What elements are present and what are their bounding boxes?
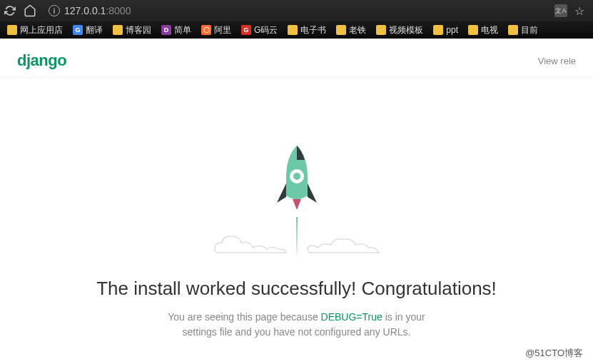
folder-icon (336, 25, 346, 35)
folder-icon (508, 25, 518, 35)
bookmark-item[interactable]: 电子书 (283, 23, 330, 38)
bookmark-label: G码云 (254, 24, 278, 36)
bookmark-label: 老铁 (349, 24, 366, 36)
bookmark-label: 视频模板 (389, 24, 423, 36)
rocket-illustration (190, 142, 404, 263)
favicon-icon: G (241, 25, 251, 35)
bookmark-item[interactable]: G翻译 (69, 23, 107, 38)
bookmark-item[interactable]: 博客园 (108, 23, 156, 38)
bookmark-label: 电视 (481, 24, 498, 36)
browser-chrome: i 127.0.0.1:8000 文A ☆ 网上应用店G翻译博客园D简单〇阿里G… (0, 0, 593, 39)
main-area: The install worked successfully! Congrat… (0, 78, 593, 340)
bookmark-label: 网上应用店 (20, 24, 63, 36)
bookmark-item[interactable]: 视频模板 (372, 23, 427, 38)
url-display: 127.0.0.1:8000 (64, 5, 131, 16)
folder-icon (468, 25, 478, 35)
bookmark-item[interactable]: 老铁 (332, 23, 370, 38)
folder-icon (113, 25, 123, 35)
success-subtext: You are seeing this page because DEBUG=T… (161, 310, 432, 340)
folder-icon (433, 25, 443, 35)
bookmark-item[interactable]: ppt (429, 24, 462, 36)
bookmark-star-icon[interactable]: ☆ (574, 4, 584, 18)
reload-icon[interactable] (3, 4, 17, 18)
bookmark-item[interactable]: D简单 (157, 23, 196, 38)
success-heading: The install worked successfully! Congrat… (0, 278, 593, 300)
site-info-icon[interactable]: i (49, 5, 60, 16)
bookmark-label: 电子书 (300, 24, 326, 36)
bookmark-label: 阿里 (214, 24, 231, 36)
bookmark-item[interactable]: 〇阿里 (197, 23, 235, 38)
favicon-icon: 〇 (201, 25, 211, 35)
bookmark-item[interactable]: 目前 (504, 23, 542, 38)
bookmark-label: 目前 (521, 24, 538, 36)
bookmarks-bar: 网上应用店G翻译博客园D简单〇阿里GG码云电子书老铁视频模板ppt电视目前 (0, 21, 593, 39)
bookmark-label: 简单 (174, 24, 191, 36)
translate-icon[interactable]: 文A (554, 4, 567, 17)
folder-icon (376, 25, 386, 35)
folder-icon (288, 25, 298, 35)
bookmark-label: ppt (446, 25, 458, 35)
page-content: django View rele The install worked su (0, 39, 593, 340)
bookmark-label: 博客园 (126, 24, 151, 36)
bookmark-label: 翻译 (86, 24, 103, 36)
cloud-left-icon (211, 228, 290, 256)
home-icon[interactable] (23, 4, 37, 18)
address-row: i 127.0.0.1:8000 文A ☆ (0, 0, 593, 21)
folder-icon (7, 25, 17, 35)
rocket-trail (296, 217, 298, 256)
cloud-right-icon (304, 228, 382, 256)
view-release-link[interactable]: View rele (538, 56, 576, 66)
bookmark-item[interactable]: 网上应用店 (3, 23, 67, 38)
svg-point-1 (293, 173, 300, 180)
toolbar-right: 文A ☆ (554, 4, 590, 18)
bookmark-item[interactable]: 电视 (464, 23, 502, 38)
bookmark-item[interactable]: GG码云 (237, 23, 282, 38)
debug-flag: DEBUG=True (321, 311, 382, 323)
watermark: @51CTO博客 (525, 347, 583, 360)
favicon-icon: G (73, 25, 83, 35)
django-logo: django (17, 51, 66, 70)
rocket-icon (268, 142, 325, 221)
favicon-icon: D (161, 25, 171, 35)
page-header: django View rele (0, 39, 593, 78)
address-bar[interactable]: i 127.0.0.1:8000 (43, 5, 549, 16)
